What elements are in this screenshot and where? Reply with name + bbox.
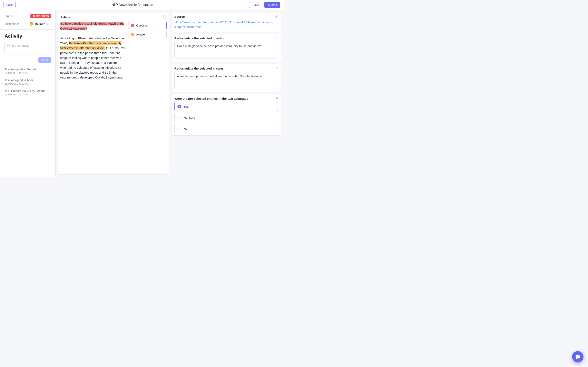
- swatch-answer-icon: [131, 33, 134, 36]
- activity-item: Task Assigned to Alice 15/01/2021 at 10:…: [4, 78, 51, 85]
- svg-rect-3: [165, 17, 165, 18]
- option-label: No: [183, 127, 187, 130]
- accuracy-option-yes[interactable]: Yes: [174, 102, 278, 111]
- legend-label: Question: [136, 24, 148, 27]
- back-button[interactable]: Back: [3, 2, 16, 8]
- legend-item-question[interactable]: Question: [128, 22, 167, 29]
- text-icon: [275, 36, 278, 40]
- status-label: Status: [4, 15, 13, 18]
- assignee[interactable]: B Bernat •••: [30, 22, 51, 26]
- link-icon[interactable]: [275, 15, 278, 18]
- option-label: Yes: [183, 105, 189, 108]
- send-button[interactable]: Send: [38, 57, 51, 63]
- answer-reform-panel: Re-formulate the selected answer: [171, 64, 281, 92]
- legend: Question Answer: [128, 22, 167, 172]
- app-header: Back NLP News Article Annotation Save Su…: [0, 0, 284, 10]
- activity-actor: Bernat: [27, 68, 36, 71]
- accuracy-option-no[interactable]: No: [174, 124, 278, 133]
- radio-indicator: [177, 127, 181, 130]
- activity-section: Activity Send Task Assigned to Bernat 26…: [0, 30, 55, 104]
- page-title: NLP News Article Annotation: [16, 3, 249, 7]
- sidebar: Status IN PROGRESS Assigned to B Bernat …: [0, 10, 56, 177]
- activity-date: 15/01/2021 at 10:09: [4, 82, 51, 85]
- activity-title: Activity: [4, 33, 51, 39]
- task-meta: Status IN PROGRESS Assigned to B Bernat …: [0, 10, 55, 30]
- svg-point-5: [276, 98, 277, 99]
- activity-date: 26/01/2021 at 11:26: [4, 71, 51, 75]
- answer-reform-input[interactable]: [174, 72, 278, 89]
- main-area: Article So how effective is a single dos…: [56, 10, 284, 177]
- activity-actor: Bernat: [36, 89, 45, 92]
- activity-text: Task Assigned to: [4, 78, 27, 82]
- avatar: B: [30, 22, 33, 26]
- assignee-menu-icon[interactable]: •••: [47, 22, 51, 26]
- submit-button[interactable]: Submit: [264, 2, 280, 8]
- assigned-row: Assigned to B Bernat •••: [4, 22, 51, 26]
- activity-actor: Alice: [27, 78, 34, 82]
- activity-date: 15/01/2021 at 10:09: [4, 93, 51, 96]
- source-url[interactable]: https://www.bbc.com/future/article/20210…: [174, 20, 278, 29]
- article-text-segment: Out of 36,523 participants in the phase …: [60, 46, 125, 79]
- comment-input[interactable]: [4, 42, 51, 54]
- legend-label: Answer: [136, 33, 146, 36]
- radio-indicator: [177, 116, 181, 119]
- activity-item: Task Assigned to Bernat 26/01/2021 at 11…: [4, 68, 51, 75]
- activity-item: Task Created via API by Bernat 15/01/202…: [4, 89, 51, 96]
- assigned-label: Assigned to: [4, 22, 19, 25]
- accuracy-option-not-sure[interactable]: Not sure: [174, 113, 278, 122]
- transform-icon[interactable]: [163, 15, 166, 19]
- activity-text: Task Created via API by: [4, 89, 36, 92]
- question-highlight[interactable]: So how effective is a single dose of eac…: [60, 22, 124, 30]
- radio-icon: [275, 97, 278, 100]
- assignee-name: Bernat: [35, 22, 45, 26]
- accuracy-title: Were the pre-selected entities in the te…: [174, 97, 248, 100]
- question-reform-panel: Re-formulate the selected question: [171, 34, 281, 62]
- activity-text: Task Assigned to: [4, 68, 27, 71]
- article-panel: Article So how effective is a single dos…: [58, 12, 169, 175]
- header-actions: Save Submit: [249, 2, 281, 8]
- svg-rect-2: [163, 17, 164, 18]
- question-reform-title: Re-formulate the selected question: [174, 36, 225, 40]
- swatch-question-icon: [131, 24, 134, 27]
- answer-reform-title: Re-formulate the selected answer: [174, 67, 223, 70]
- save-button[interactable]: Save: [249, 2, 263, 8]
- text-icon: [275, 67, 278, 70]
- status-row: Status IN PROGRESS: [4, 14, 51, 18]
- article-body[interactable]: So how effective is a single dose of eac…: [60, 21, 125, 172]
- source-title: Source: [174, 15, 185, 18]
- accuracy-options: Yes Not sure No: [174, 102, 278, 133]
- option-label: Not sure: [183, 116, 195, 119]
- accuracy-panel: Were the pre-selected entities in the te…: [171, 94, 281, 136]
- svg-rect-1: [165, 16, 165, 16]
- question-reform-input[interactable]: [174, 42, 278, 59]
- legend-item-answer[interactable]: Answer: [128, 31, 167, 38]
- radio-indicator: [177, 105, 181, 108]
- status-badge: IN PROGRESS: [30, 14, 51, 18]
- source-panel: Source https://www.bbc.com/future/articl…: [171, 12, 281, 32]
- form-column: Source https://www.bbc.com/future/articl…: [171, 12, 281, 175]
- svg-rect-0: [163, 16, 164, 16]
- article-title: Article: [61, 16, 70, 19]
